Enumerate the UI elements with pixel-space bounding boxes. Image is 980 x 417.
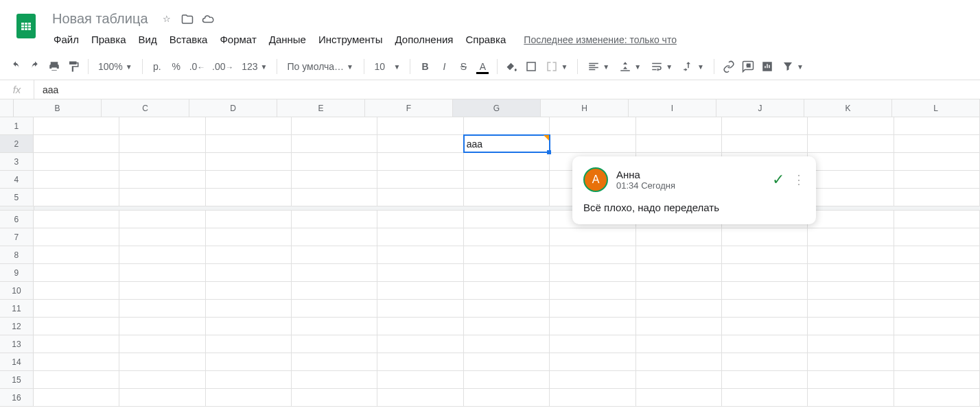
cell[interactable] (808, 282, 894, 299)
undo-button[interactable] (7, 58, 25, 75)
insert-link-button[interactable] (720, 58, 738, 75)
cell[interactable] (292, 228, 377, 246)
row-header[interactable]: 11 (0, 300, 34, 317)
cell[interactable] (377, 211, 463, 228)
cell[interactable] (34, 300, 119, 317)
cell[interactable] (722, 264, 808, 281)
cell[interactable] (894, 318, 980, 335)
cell[interactable] (808, 371, 894, 388)
cell[interactable] (206, 335, 292, 353)
cell[interactable] (206, 264, 292, 281)
cell[interactable] (377, 282, 463, 299)
cell[interactable] (377, 153, 463, 170)
row-header[interactable]: 13 (0, 335, 34, 353)
text-rotation-button[interactable]: ▼ (678, 58, 708, 75)
move-icon[interactable] (180, 12, 195, 27)
cell[interactable] (292, 282, 377, 299)
cell[interactable] (34, 153, 119, 170)
cell[interactable] (377, 335, 463, 353)
cell[interactable] (894, 353, 980, 370)
cell[interactable] (206, 211, 292, 228)
cell[interactable] (464, 117, 550, 134)
column-header[interactable]: H (541, 99, 629, 117)
column-header[interactable]: B (14, 99, 102, 117)
row-header[interactable]: 6 (0, 211, 34, 228)
cell[interactable] (119, 353, 205, 370)
bold-button[interactable]: B (416, 58, 434, 75)
menu-addons[interactable]: Дополнения (390, 31, 459, 48)
row-header[interactable]: 4 (0, 171, 34, 188)
cell[interactable] (206, 246, 292, 263)
menu-tools[interactable]: Инструменты (313, 31, 388, 48)
cell[interactable] (464, 211, 550, 228)
cell[interactable] (34, 264, 119, 281)
cell[interactable] (808, 300, 894, 317)
cell[interactable] (636, 389, 722, 406)
column-header[interactable]: I (629, 99, 716, 117)
cell[interactable] (550, 300, 635, 317)
cell[interactable] (119, 171, 205, 188)
cell[interactable] (206, 389, 292, 406)
column-header[interactable]: J (716, 99, 804, 117)
cell[interactable] (206, 300, 292, 317)
cell[interactable] (119, 189, 205, 206)
cell[interactable] (119, 371, 205, 388)
zoom-select[interactable]: 100%▼ (94, 58, 137, 75)
cell[interactable] (636, 371, 722, 388)
cell[interactable] (636, 353, 722, 370)
cell[interactable] (464, 246, 550, 263)
insert-chart-button[interactable] (758, 58, 776, 75)
row-header[interactable]: 3 (0, 153, 34, 170)
cell[interactable] (206, 171, 292, 188)
cell[interactable] (377, 171, 463, 188)
cell[interactable] (808, 264, 894, 281)
cell[interactable] (34, 246, 119, 263)
cell[interactable] (34, 135, 119, 152)
cell[interactable] (550, 335, 635, 353)
cell[interactable] (894, 300, 980, 317)
cell[interactable] (377, 371, 463, 388)
cell[interactable] (550, 264, 635, 281)
cell[interactable] (206, 228, 292, 246)
cell[interactable] (292, 135, 377, 152)
cell[interactable] (206, 189, 292, 206)
cell[interactable] (894, 211, 980, 228)
cell[interactable] (206, 353, 292, 370)
last-edit-link[interactable]: Последнее изменение: только что (524, 34, 677, 45)
cell[interactable] (377, 246, 463, 263)
menu-help[interactable]: Справка (460, 31, 511, 48)
cell[interactable] (550, 389, 635, 406)
number-format-select[interactable]: 123▼ (237, 58, 271, 75)
doc-title[interactable]: Новая таблица (48, 10, 152, 28)
cell[interactable] (34, 282, 119, 299)
cell[interactable] (894, 264, 980, 281)
row-header[interactable]: 7 (0, 228, 34, 246)
cell[interactable] (119, 300, 205, 317)
more-options-icon[interactable]: ⋮ (793, 172, 805, 187)
cell[interactable] (894, 228, 980, 246)
merge-cells-button[interactable]: ▼ (541, 58, 572, 75)
cell[interactable] (808, 117, 894, 134)
cell[interactable] (550, 117, 635, 134)
cell[interactable] (377, 189, 463, 206)
cell[interactable] (464, 189, 550, 206)
cell[interactable] (636, 135, 722, 152)
paint-format-button[interactable] (65, 58, 82, 75)
cell[interactable]: ааа (464, 135, 550, 152)
cell[interactable] (34, 211, 119, 228)
cell[interactable] (292, 371, 377, 388)
insert-comment-button[interactable] (739, 58, 757, 75)
row-header[interactable]: 16 (0, 389, 34, 406)
cell[interactable] (34, 117, 119, 134)
row-header[interactable]: 12 (0, 318, 34, 335)
cell[interactable] (119, 228, 205, 246)
cell[interactable] (206, 153, 292, 170)
cell[interactable] (206, 135, 292, 152)
cell[interactable] (550, 282, 635, 299)
cell[interactable] (292, 318, 377, 335)
menu-view[interactable]: Вид (133, 31, 163, 48)
cell[interactable] (464, 282, 550, 299)
cell[interactable] (377, 117, 463, 134)
cell[interactable] (292, 171, 377, 188)
cell[interactable] (808, 353, 894, 370)
